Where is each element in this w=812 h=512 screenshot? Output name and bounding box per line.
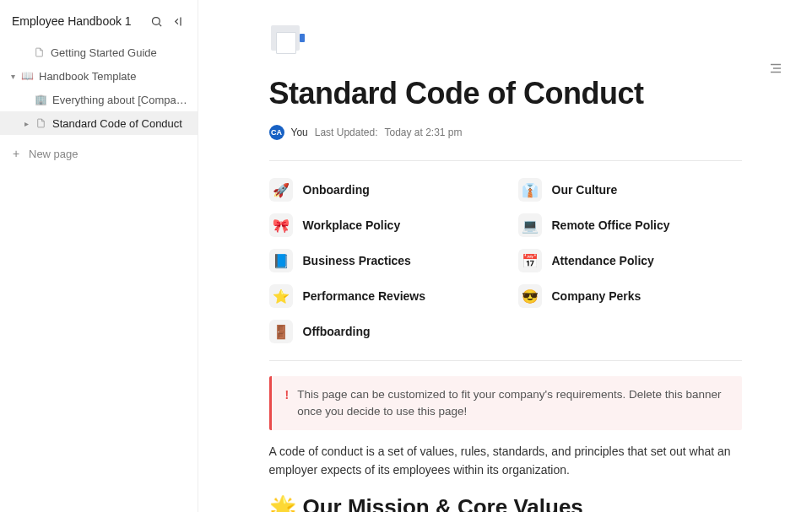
- star-icon: ⭐: [269, 284, 293, 308]
- link-label: Our Culture: [552, 183, 618, 197]
- calendar-icon: 📅: [518, 249, 542, 272]
- banner-text: This page can be customized to fit your …: [297, 386, 728, 420]
- book-icon: 📘: [269, 249, 293, 272]
- link-performance-reviews[interactable]: ⭐ Performance Reviews: [269, 284, 493, 308]
- alert-icon: !: [285, 386, 290, 420]
- door-icon: 🚪: [269, 320, 293, 343]
- page-title[interactable]: Standard Code of Conduct: [269, 76, 742, 111]
- heading-text: Our Mission & Core Values: [303, 494, 583, 512]
- link-workplace-policy[interactable]: 🎀 Workplace Policy: [269, 213, 493, 237]
- sidebar-item-getting-started[interactable]: Getting Started Guide: [0, 40, 198, 64]
- link-label: Offboarding: [303, 325, 371, 338]
- heading-mission-core-values[interactable]: 🌟 Our Mission & Core Values: [269, 494, 742, 512]
- main-content: Standard Code of Conduct CA You Last Upd…: [198, 0, 812, 512]
- sunglasses-icon: 😎: [518, 284, 542, 308]
- info-banner[interactable]: ! This page can be customized to fit you…: [269, 376, 742, 430]
- chevron-down-icon[interactable]: ▾: [7, 70, 19, 82]
- building-icon: 🏢: [34, 93, 47, 106]
- new-page-button[interactable]: + New page: [0, 142, 198, 165]
- link-company-perks[interactable]: 😎 Company Perks: [518, 284, 742, 308]
- chevron-right-icon[interactable]: ▸: [20, 117, 32, 129]
- culture-icon: 👔: [518, 178, 542, 202]
- doc-icon: [32, 46, 46, 59]
- sidebar-header: Employee Handbook 1: [0, 8, 198, 37]
- link-remote-office-policy[interactable]: 💻 Remote Office Policy: [518, 213, 742, 237]
- link-onboarding[interactable]: 🚀 Onboarding: [269, 178, 493, 202]
- bow-icon: 🎀: [269, 213, 293, 237]
- svg-line-1: [159, 24, 161, 26]
- sidebar: Employee Handbook 1 Getting Started Guid…: [0, 0, 198, 512]
- author-name: You: [291, 127, 308, 138]
- divider: [269, 360, 742, 361]
- sidebar-item-everything-about-company[interactable]: 🏢 Everything about [Company]: [0, 88, 198, 111]
- link-label: Company Perks: [552, 289, 641, 303]
- sidebar-item-handbook-template[interactable]: ▾ 📖 Handbook Template: [0, 64, 198, 88]
- collapse-sidebar-icon[interactable]: [171, 13, 186, 29]
- search-icon[interactable]: [149, 13, 164, 29]
- link-label: Attendance Policy: [552, 254, 654, 267]
- sidebar-item-label: Handbook Template: [39, 70, 136, 83]
- updated-value: Today at 2:31 pm: [384, 127, 462, 138]
- doc-icon: [34, 116, 47, 130]
- laptop-icon: 💻: [518, 213, 542, 237]
- page-tree: Getting Started Guide ▾ 📖 Handbook Templ…: [0, 37, 198, 138]
- sidebar-item-label: Getting Started Guide: [51, 46, 157, 59]
- author-avatar[interactable]: CA: [269, 125, 284, 140]
- page-cover-icon[interactable]: [269, 24, 306, 61]
- intro-paragraph[interactable]: A code of conduct is a set of values, ru…: [269, 442, 742, 479]
- link-attendance-policy[interactable]: 📅 Attendance Policy: [518, 249, 742, 272]
- svg-point-0: [152, 17, 160, 24]
- tree-arrow: [19, 46, 30, 58]
- section-links: 🚀 Onboarding 👔 Our Culture 🎀 Workplace P…: [269, 175, 742, 355]
- toc-icon[interactable]: [768, 61, 785, 78]
- sidebar-item-standard-code-of-conduct[interactable]: ▸ Standard Code of Conduct: [0, 111, 198, 135]
- link-label: Onboarding: [303, 183, 370, 197]
- new-page-label: New page: [29, 148, 78, 160]
- sidebar-item-label: Everything about [Company]: [52, 94, 189, 106]
- updated-label: Last Updated:: [315, 127, 378, 138]
- link-offboarding[interactable]: 🚪 Offboarding: [269, 320, 493, 343]
- link-label: Workplace Policy: [303, 218, 401, 232]
- rocket-icon: 🚀: [269, 178, 293, 202]
- link-label: Business Practices: [303, 254, 411, 267]
- link-our-culture[interactable]: 👔 Our Culture: [518, 178, 742, 202]
- divider: [269, 160, 742, 161]
- sparkle-icon: 🌟: [269, 494, 296, 512]
- page-meta: CA You Last Updated: Today at 2:31 pm: [269, 125, 742, 155]
- plus-icon: +: [10, 147, 22, 160]
- book-icon: 📖: [20, 69, 34, 83]
- link-business-practices[interactable]: 📘 Business Practices: [269, 249, 493, 272]
- link-label: Performance Reviews: [303, 289, 426, 303]
- sidebar-item-label: Standard Code of Conduct: [52, 117, 182, 130]
- link-label: Remote Office Policy: [552, 218, 670, 232]
- workspace-title[interactable]: Employee Handbook 1: [12, 14, 142, 28]
